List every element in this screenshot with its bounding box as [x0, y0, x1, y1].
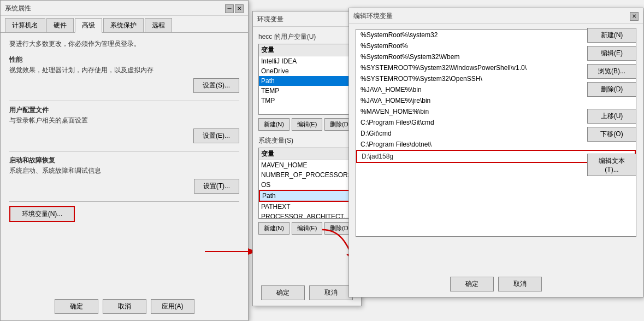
- editenv-window: 编辑环境变量 ✕ %SystemRoot%\system32 %SystemRo…: [348, 8, 643, 297]
- divider2: [9, 151, 239, 151]
- editenv-ok-btn[interactable]: 确定: [450, 277, 494, 291]
- envvars-bottom-btns: 确定 取消: [253, 285, 361, 300]
- sysprops-cancel-btn[interactable]: 取消: [103, 299, 146, 314]
- performance-settings-btn[interactable]: 设置(S)...: [193, 78, 239, 93]
- user-vars-listbox: 变量 IntelliJ IDEA OneDrive Path TEMP TMP: [258, 44, 356, 115]
- startup-settings-btn[interactable]: 设置(T)...: [194, 179, 239, 194]
- user-vars-btns: 新建(N) 编辑(E) 删除(D): [258, 118, 356, 131]
- sys-vars-header: 变量: [259, 148, 355, 160]
- envvars-ok-btn[interactable]: 确定: [261, 285, 305, 300]
- sys-vars-listbox: 变量 MAVEN_HOME NUMBER_OF_PROCESSORS OS Pa…: [258, 148, 356, 219]
- editenv-movedown-btn[interactable]: 下移(O): [587, 127, 636, 142]
- user-vars-header: 变量: [259, 44, 355, 56]
- sys-var-item-2[interactable]: OS: [259, 180, 355, 190]
- divider1: [9, 101, 239, 101]
- editenv-delete-btn[interactable]: 删除(D): [587, 82, 636, 97]
- minimize-btn[interactable]: ─: [225, 4, 234, 13]
- sys-var-item-5[interactable]: PROCESSOR_ARCHITECT...: [259, 212, 355, 219]
- envvars-titlebar: 环境变量: [253, 11, 361, 27]
- editenv-new-btn[interactable]: 新建(N): [587, 28, 636, 43]
- sys-vars-title: 系统变量(S): [258, 136, 356, 145]
- sys-vars-btns: 新建(N) 编辑(E) 删除(D): [258, 222, 356, 235]
- startup-section: 启动和故障恢复 系统启动、系统故障和调试信息 设置(T)...: [9, 156, 239, 194]
- tab-hardware[interactable]: 硬件: [46, 18, 74, 32]
- sys-new-btn[interactable]: 新建(N): [258, 222, 289, 235]
- user-var-item-4[interactable]: TMP: [259, 96, 355, 106]
- sysprops-window: 系统属性 ─ ✕ 计算机名 硬件 高级 系统保护 远程 要进行大多数更改，你必须…: [0, 0, 249, 321]
- editenv-controls: ✕: [630, 12, 639, 21]
- sysprops-titlebar: 系统属性 ─ ✕: [1, 1, 248, 16]
- performance-title: 性能: [9, 55, 239, 65]
- user-new-btn[interactable]: 新建(N): [258, 118, 289, 131]
- editenv-edittext-btn[interactable]: 编辑文本(T)...: [587, 154, 636, 176]
- sys-var-item-1[interactable]: NUMBER_OF_PROCESSORS: [259, 170, 355, 180]
- info-text: 要进行大多数更改，你必须作为管理员登录。: [9, 39, 239, 49]
- sysprops-bottom-btns: 确定 取消 应用(A): [1, 299, 248, 314]
- editenv-title: 编辑环境变量: [353, 11, 393, 21]
- editenv-browse-btn[interactable]: 浏览(B)...: [587, 64, 636, 79]
- userprofile-title: 用户配置文件: [9, 106, 239, 115]
- envvars-window: 环境变量 hecc 的用户变量(U) 变量 IntelliJ IDEA OneD…: [252, 11, 362, 306]
- sysprops-ok-btn[interactable]: 确定: [55, 299, 98, 314]
- sysprops-controls: ─ ✕: [225, 4, 244, 13]
- user-vars-title: hecc 的用户变量(U): [258, 32, 356, 42]
- sysprops-content: 要进行大多数更改，你必须作为管理员登录。 性能 视觉效果，处理器计划，内存使用，…: [1, 33, 248, 229]
- startup-desc: 系统启动、系统故障和调试信息: [9, 166, 239, 176]
- performance-section: 性能 视觉效果，处理器计划，内存使用，以及虚拟内存 设置(S)...: [9, 55, 239, 93]
- envvars-btn[interactable]: 环境变量(N)...: [9, 206, 75, 222]
- tab-remote[interactable]: 远程: [145, 18, 172, 32]
- envvars-cancel-btn[interactable]: 取消: [309, 285, 353, 300]
- close-btn[interactable]: ✕: [235, 4, 244, 13]
- user-edit-btn[interactable]: 编辑(E): [292, 118, 323, 131]
- editenv-titlebar: 编辑环境变量 ✕: [349, 8, 643, 24]
- sys-col-var: 变量: [261, 149, 353, 159]
- userprofile-section: 用户配置文件 与登录帐户相关的桌面设置 设置(E)...: [9, 106, 239, 143]
- editenv-close-btn[interactable]: ✕: [630, 12, 639, 21]
- user-var-item-2[interactable]: Path: [259, 76, 355, 86]
- user-var-item-1[interactable]: OneDrive: [259, 66, 355, 76]
- envvars-title: 环境变量: [257, 15, 283, 24]
- divider3: [9, 201, 239, 202]
- sys-edit-btn[interactable]: 编辑(E): [292, 222, 323, 235]
- editenv-cancel-btn[interactable]: 取消: [498, 277, 542, 291]
- editenv-right-btns: 新建(N) 编辑(E) 浏览(B)... 删除(D) 上移(U) 下移(O) 编…: [587, 28, 636, 176]
- performance-desc: 视觉效果，处理器计划，内存使用，以及虚拟内存: [9, 66, 239, 75]
- user-var-item-0[interactable]: IntelliJ IDEA: [259, 56, 355, 66]
- user-var-item-3[interactable]: TEMP: [259, 86, 355, 96]
- startup-title: 启动和故障恢复: [9, 156, 239, 165]
- userprofile-desc: 与登录帐户相关的桌面设置: [9, 116, 239, 125]
- editenv-moveup-btn[interactable]: 上移(U): [587, 109, 636, 124]
- userprofile-settings-btn[interactable]: 设置(E)...: [193, 129, 239, 143]
- user-col-var: 变量: [261, 45, 353, 55]
- tab-computer-name[interactable]: 计算机名: [5, 18, 45, 32]
- tab-advanced[interactable]: 高级: [75, 18, 102, 33]
- envvars-content: hecc 的用户变量(U) 变量 IntelliJ IDEA OneDrive …: [253, 27, 361, 240]
- tab-system-protection[interactable]: 系统保护: [103, 18, 144, 32]
- sysprops-apply-btn[interactable]: 应用(A): [151, 299, 194, 314]
- sys-var-item-4[interactable]: PATHEXT: [259, 202, 355, 212]
- editenv-bottom-btns: 确定 取消: [349, 277, 643, 291]
- tabs-bar: 计算机名 硬件 高级 系统保护 远程: [1, 16, 248, 33]
- sys-var-item-3[interactable]: Path: [259, 190, 355, 202]
- sysprops-title: 系统属性: [5, 4, 31, 13]
- editenv-edit-btn[interactable]: 编辑(E): [587, 46, 636, 61]
- sys-var-item-0[interactable]: MAVEN_HOME: [259, 160, 355, 170]
